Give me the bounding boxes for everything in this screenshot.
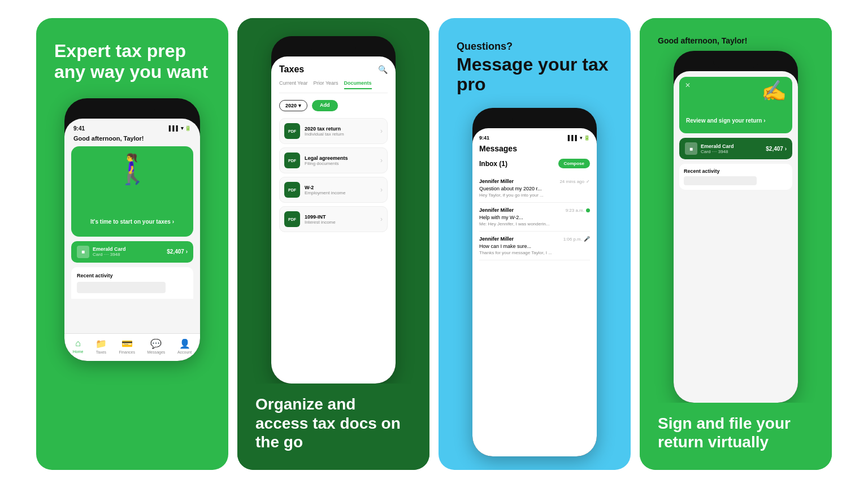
nav-taxes-1[interactable]: 📁 Taxes bbox=[96, 338, 107, 354]
taxes-phone: Taxes 🔍 Current Year Prior Years Documen… bbox=[271, 36, 396, 384]
emerald-amount-1: $2,407 › bbox=[167, 249, 188, 255]
sign-emerald-card[interactable]: ■ Emerald Card Card ···· 3948 $2,407 › bbox=[679, 138, 792, 159]
emerald-card-1[interactable]: ■ Emerald Card Card ···· 3948 $2,407 › bbox=[71, 241, 193, 263]
msg-time-text-2: 9:23 a.m. bbox=[566, 208, 584, 213]
sign-emerald-icon: ■ bbox=[685, 142, 697, 155]
compose-button[interactable]: Compose bbox=[558, 159, 590, 168]
nav-home-label-1: Home bbox=[73, 350, 84, 354]
doc-sub-3: Employment income bbox=[305, 190, 345, 195]
msg-subject-1: Question about my 2020 r... bbox=[479, 186, 590, 191]
taxes-screen: Taxes 🔍 Current Year Prior Years Documen… bbox=[271, 56, 396, 384]
review-illustration: ✍️ bbox=[761, 79, 787, 103]
tab-prior-years[interactable]: Prior Years bbox=[314, 80, 338, 89]
phone-notch-3 bbox=[512, 115, 557, 125]
taxes-tabs: Current Year Prior Years Documents bbox=[279, 80, 388, 93]
doc-item-left-2: PDF Legal agreements Filing documents bbox=[284, 152, 348, 168]
msg-preview-2: Me: Hey Jennifer, I was wonderin... bbox=[479, 221, 590, 226]
promo-card-1: 🚶‍♀️ It's time to start on your taxes › bbox=[71, 146, 193, 237]
doc-info-4: 1099-INT Interest income bbox=[305, 214, 336, 225]
unread-dot-icon bbox=[586, 208, 590, 212]
doc-item-tax-return[interactable]: PDF 2020 tax return Individual tax retur… bbox=[279, 118, 388, 144]
account-icon: 👤 bbox=[179, 338, 190, 349]
card4-bottom: Sign and file your return virtually bbox=[640, 403, 832, 470]
home-icon: ⌂ bbox=[75, 338, 81, 348]
promo-text-1[interactable]: It's time to start on your taxes › bbox=[90, 218, 174, 225]
msg-sender-1: Jennifer Miller bbox=[479, 178, 514, 184]
card4-headline: Sign and file your return virtually bbox=[658, 414, 814, 452]
sign-recent-bar bbox=[684, 176, 757, 185]
msg-item-2[interactable]: Jennifer Miller 9:23 a.m. Help with my W… bbox=[479, 203, 590, 232]
inbox-label: Inbox (1) bbox=[479, 160, 507, 168]
doc-item-left-1: PDF 2020 tax return Individual tax retur… bbox=[284, 123, 344, 139]
promo-figure-1: 🚶‍♀️ bbox=[114, 152, 151, 186]
doc-name-3: W-2 bbox=[305, 185, 345, 190]
review-card[interactable]: ✕ ✍️ Review and sign your return › bbox=[679, 77, 792, 133]
taxes-icon: 📁 bbox=[96, 338, 107, 349]
doc-sub-4: Interest income bbox=[305, 220, 336, 225]
year-value: 2020 bbox=[285, 103, 297, 108]
year-selector[interactable]: 2020 ▾ bbox=[279, 100, 307, 111]
msg-time: 9:41 bbox=[479, 135, 489, 141]
phone-notch-1 bbox=[110, 105, 155, 115]
msg-time-text-3: 1:06 p.m. bbox=[563, 237, 582, 242]
doc-item-1099[interactable]: PDF 1099-INT Interest income › bbox=[279, 206, 388, 232]
msg-sender-2: Jennifer Miller bbox=[479, 207, 514, 213]
chevron-right-icon-4: › bbox=[380, 215, 383, 223]
phone-mockup-1: 9:41 ▌▌▌ ▾ 🔋 Good afternoon, Taylor! 🚶‍♀… bbox=[64, 98, 200, 361]
pdf-icon-3: PDF bbox=[284, 182, 300, 198]
doc-sub-2: Filing documents bbox=[305, 161, 348, 166]
read-check-icon: ✓ bbox=[586, 179, 590, 184]
app-container: Expert tax prep any way you want 9:41 ▌▌… bbox=[0, 0, 868, 488]
nav-account-label-1: Account bbox=[177, 350, 192, 354]
nav-account-1[interactable]: 👤 Account bbox=[177, 338, 192, 354]
signal-icon: ▌▌▌ bbox=[568, 135, 579, 141]
card4-phone-greeting: Good afternoon, Taylor! bbox=[658, 36, 814, 45]
chevron-right-icon-2: › bbox=[380, 156, 383, 164]
messages-icon: 💬 bbox=[150, 338, 162, 349]
review-text[interactable]: Review and sign your return › bbox=[686, 117, 766, 124]
sign-recent-area: Recent activity bbox=[679, 164, 792, 190]
phone-nav-1: ⌂ Home 📁 Taxes 💳 Finances 💬 Messages 👤 bbox=[64, 333, 200, 361]
battery-icon-3: 🔋 bbox=[584, 135, 590, 141]
card3-pre-headline: Questions? bbox=[457, 41, 613, 53]
doc-list: PDF 2020 tax return Individual tax retur… bbox=[279, 118, 388, 232]
nav-home-1[interactable]: ⌂ Home bbox=[73, 338, 84, 354]
msg-item-3[interactable]: Jennifer Miller 1:06 p.m. 🎤 How can I ma… bbox=[479, 232, 590, 260]
msg-header: Messages bbox=[479, 144, 590, 153]
status-bar-1: 9:41 ▌▌▌ ▾ 🔋 bbox=[71, 125, 193, 135]
nav-finances-label-1: Finances bbox=[119, 350, 135, 354]
doc-item-left-3: PDF W-2 Employment income bbox=[284, 182, 345, 198]
emerald-square-icon-4: ■ bbox=[689, 146, 693, 152]
chevron-down-icon: ▾ bbox=[298, 103, 301, 108]
chevron-right-icon-1: › bbox=[380, 127, 383, 135]
nav-finances-1[interactable]: 💳 Finances bbox=[119, 338, 135, 354]
tab-documents[interactable]: Documents bbox=[344, 80, 372, 89]
sign-phone: ✕ ✍️ Review and sign your return › ■ Eme… bbox=[674, 51, 798, 403]
tab-current-year[interactable]: Current Year bbox=[279, 80, 308, 89]
card1-headline: Expert tax prep any way you want bbox=[54, 41, 210, 82]
phone-screen-1: 9:41 ▌▌▌ ▾ 🔋 Good afternoon, Taylor! 🚶‍♀… bbox=[64, 119, 200, 333]
msg-item-1[interactable]: Jennifer Miller 24 mins ago ✓ Question a… bbox=[479, 174, 590, 203]
sign-recent-title: Recent activity bbox=[684, 168, 788, 174]
doc-item-left-4: PDF 1099-INT Interest income bbox=[284, 211, 336, 227]
card-organize: Taxes 🔍 Current Year Prior Years Documen… bbox=[237, 18, 429, 470]
sign-emerald-amount: $2,407 › bbox=[766, 146, 787, 152]
emerald-info-1: Emerald Card Card ···· 3948 bbox=[93, 246, 126, 257]
taxes-title: Taxes bbox=[279, 64, 304, 75]
status-icons-1: ▌▌▌ ▾ 🔋 bbox=[169, 125, 191, 131]
taxes-header: Taxes 🔍 bbox=[279, 64, 388, 75]
nav-messages-1[interactable]: 💬 Messages bbox=[147, 338, 165, 354]
msg-subject-2: Help with my W-2... bbox=[479, 215, 590, 220]
search-icon[interactable]: 🔍 bbox=[378, 65, 388, 74]
close-icon: ✕ bbox=[685, 81, 691, 89]
messages-title: Messages bbox=[479, 144, 517, 153]
doc-item-w2[interactable]: PDF W-2 Employment income › bbox=[279, 177, 388, 203]
add-button[interactable]: Add bbox=[312, 100, 338, 111]
doc-item-legal[interactable]: PDF Legal agreements Filing documents › bbox=[279, 147, 388, 173]
msg-sender-3: Jennifer Miller bbox=[479, 236, 514, 242]
emerald-card-left-1: ■ Emerald Card Card ···· 3948 bbox=[77, 246, 126, 258]
doc-name-1: 2020 tax return bbox=[305, 126, 344, 132]
doc-name-2: Legal agreements bbox=[305, 155, 348, 161]
recent-item-bar-1 bbox=[77, 282, 166, 293]
emerald-subtitle-1: Card ···· 3948 bbox=[93, 252, 126, 257]
